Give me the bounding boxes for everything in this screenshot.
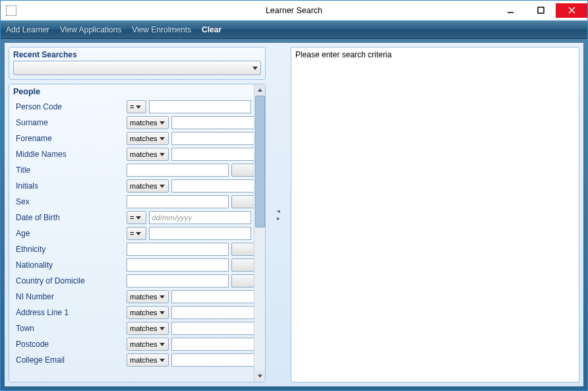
scroll-track[interactable]: [254, 227, 265, 371]
criteria-operator-dropdown[interactable]: matches: [127, 179, 169, 193]
criteria-row: Ethnicity: [13, 241, 251, 257]
criteria-operator-dropdown[interactable]: matches: [127, 353, 169, 367]
criteria-operator-dropdown[interactable]: =: [127, 211, 146, 224]
criteria-input[interactable]: [149, 100, 251, 113]
criteria-input[interactable]: [171, 322, 254, 335]
criteria-row: Address Line 1matches: [13, 305, 251, 320]
criteria-input[interactable]: [171, 116, 254, 129]
chevron-down-icon: [160, 359, 165, 362]
vertical-scrollbar[interactable]: [254, 84, 265, 382]
criteria-row: College Emailmatches: [13, 352, 251, 368]
criteria-input[interactable]: [171, 148, 254, 161]
splitter-handle[interactable]: ◂ ▸: [275, 47, 281, 382]
criteria-lookup-dropdown[interactable]: [231, 164, 254, 177]
criteria-input[interactable]: [127, 258, 229, 272]
people-section-title: People: [13, 87, 251, 96]
criteria-operator-dropdown[interactable]: matches: [127, 322, 169, 335]
scroll-thumb[interactable]: [255, 96, 265, 227]
criteria-label: Sex: [13, 197, 124, 206]
criteria-operator-dropdown[interactable]: matches: [127, 338, 169, 351]
criteria-input[interactable]: [171, 338, 254, 351]
window-controls: [495, 3, 587, 18]
criteria-input[interactable]: [127, 164, 229, 177]
criteria-label: Surname: [13, 118, 124, 127]
criteria-input[interactable]: [171, 353, 254, 367]
criteria-input[interactable]: [149, 211, 251, 224]
menu-item-view-enrolments[interactable]: View Enrolments: [132, 25, 191, 34]
criteria-input[interactable]: [171, 306, 254, 319]
criteria-input[interactable]: [149, 227, 251, 240]
criteria-row: Date of Birth=: [13, 210, 251, 226]
criteria-row: Sex: [13, 194, 251, 210]
chevron-down-icon: [160, 185, 165, 188]
criteria-lookup-dropdown[interactable]: [231, 274, 254, 287]
results-panel: Please enter search criteria: [291, 47, 579, 382]
criteria-operator-label: matches: [130, 324, 158, 332]
criteria-row: Age=: [13, 226, 251, 241]
criteria-input[interactable]: [127, 243, 229, 256]
close-button[interactable]: [556, 3, 587, 18]
criteria-label: Middle Names: [13, 150, 124, 159]
criteria-input[interactable]: [171, 179, 254, 193]
criteria-operator-label: matches: [130, 135, 158, 142]
recent-searches-dropdown[interactable]: [13, 61, 261, 75]
criteria-operator-dropdown[interactable]: matches: [127, 148, 169, 161]
criteria-scroll-area: People Person Code=SurnamematchesForenam…: [9, 84, 254, 382]
criteria-operator-dropdown[interactable]: matches: [127, 290, 169, 303]
chevron-down-icon: [136, 105, 141, 109]
minimize-button[interactable]: [495, 3, 525, 18]
chevron-down-icon: [160, 295, 165, 299]
menubar: Add LearnerView ApplicationsView Enrolme…: [1, 20, 587, 39]
criteria-input[interactable]: [171, 132, 254, 145]
criteria-label: Address Line 1: [13, 308, 124, 317]
criteria-lookup-dropdown[interactable]: [231, 243, 254, 256]
criteria-label: Nationality: [13, 260, 124, 270]
criteria-label: Town: [13, 324, 124, 333]
menu-item-view-applications[interactable]: View Applications: [60, 25, 121, 34]
criteria-label: Initials: [13, 181, 124, 191]
menu-item-add-learner[interactable]: Add Learner: [6, 25, 49, 34]
svg-marker-8: [258, 88, 262, 92]
app-icon: [6, 5, 16, 16]
criteria-operator-dropdown[interactable]: matches: [127, 306, 169, 319]
criteria-row: Country of Domicile: [13, 273, 251, 289]
criteria-operator-dropdown[interactable]: =: [127, 100, 146, 113]
svg-marker-9: [258, 375, 262, 378]
criteria-row: NI Numbermatches: [13, 289, 251, 305]
chevron-down-icon: [160, 153, 165, 156]
criteria-lookup-dropdown[interactable]: [231, 258, 254, 272]
chevron-down-icon: [160, 121, 165, 125]
criteria-input[interactable]: [127, 195, 229, 208]
maximize-button[interactable]: [525, 3, 556, 18]
criteria-input[interactable]: [127, 274, 229, 287]
criteria-input[interactable]: [171, 290, 254, 303]
criteria-row: Postcodematches: [13, 336, 251, 352]
criteria-row: Townmatches: [13, 320, 251, 336]
criteria-operator-dropdown[interactable]: matches: [127, 132, 169, 145]
criteria-label: NI Number: [13, 292, 124, 301]
criteria-operator-dropdown[interactable]: =: [127, 227, 146, 240]
criteria-label: Postcode: [13, 340, 124, 349]
criteria-row: Title: [13, 162, 251, 178]
criteria-operator-label: =: [130, 229, 134, 237]
criteria-row: Initialsmatches: [13, 178, 251, 194]
criteria-row: Person Code=: [13, 99, 251, 115]
criteria-label: Date of Birth: [13, 213, 124, 222]
criteria-lookup-dropdown[interactable]: [231, 195, 254, 208]
results-placeholder: Please enter search criteria: [295, 50, 392, 59]
menu-item-clear[interactable]: Clear: [202, 25, 221, 34]
scroll-down-button[interactable]: [254, 371, 266, 382]
criteria-row: Forenamematches: [13, 131, 251, 146]
criteria-label: Forename: [13, 134, 124, 143]
recent-searches-title: Recent Searches: [13, 50, 261, 59]
splitter-right-icon: ▸: [277, 216, 280, 222]
criteria-operator-label: matches: [130, 150, 158, 158]
chevron-down-icon: [160, 311, 165, 315]
scroll-up-button[interactable]: [254, 84, 266, 96]
criteria-operator-label: matches: [130, 340, 158, 348]
criteria-operator-label: matches: [130, 309, 158, 316]
criteria-row: Surnamematches: [13, 115, 251, 131]
criteria-operator-dropdown[interactable]: matches: [127, 116, 169, 129]
splitter-left-icon: ◂: [277, 208, 280, 214]
criteria-operator-label: =: [130, 103, 134, 111]
